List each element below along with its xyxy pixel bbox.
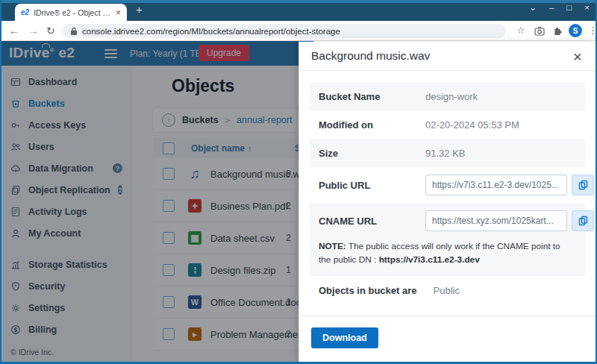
window-minimize-button[interactable]: –: [549, 3, 554, 12]
window-maximize-button[interactable]: □: [566, 3, 572, 12]
forward-button[interactable]: →: [28, 25, 39, 37]
row-checkbox[interactable]: [163, 200, 175, 212]
bucket-icon: [10, 98, 21, 109]
browser-window: e2 IDrive® e2 - Object storage × + ⌄ – □…: [0, 0, 597, 364]
cloud-migration-icon: [10, 163, 21, 174]
page-title: Objects: [172, 76, 234, 96]
app-header: IDrive® e2 Plan: Yearly (1 TB) Upgrade: [0, 41, 313, 66]
audio-file-icon: ♫: [188, 167, 201, 181]
object-size: 2: [286, 233, 291, 243]
row-checkbox[interactable]: [163, 232, 175, 244]
sidebar-group-divider: [0, 244, 133, 254]
idrive-favicon: e2: [21, 8, 29, 16]
sidebar-item-activity-logs[interactable]: Activity Logs: [0, 201, 133, 222]
copy-public-url-button[interactable]: [572, 175, 594, 195]
objects-access-row: Objects in bucket are Public: [310, 276, 585, 304]
account-person-icon: [10, 228, 21, 239]
back-button[interactable]: ←: [9, 25, 19, 37]
word-file-icon: W: [188, 295, 201, 309]
sidebar-nav: Dashboard Buckets Access Keys Users Data…: [0, 66, 133, 363]
dashboard-icon: [10, 77, 21, 87]
copyright-footer: © IDrive Inc.: [10, 348, 54, 357]
object-size: 1: [286, 297, 291, 307]
sidebar-item-users[interactable]: Users: [0, 136, 133, 157]
object-name[interactable]: Office Document.docx: [210, 297, 306, 308]
object-name-column-header[interactable]: Object name: [191, 143, 245, 154]
tab-title: IDrive® e2 - Object storage: [34, 8, 111, 17]
object-name[interactable]: Background music.wav: [210, 169, 310, 180]
screenshot-camera-icon[interactable]: [534, 26, 545, 36]
sort-ascending-icon[interactable]: ↑: [248, 144, 252, 153]
window-close-button[interactable]: ×: [584, 3, 590, 12]
logs-document-icon: [10, 207, 21, 217]
copy-icon: [578, 216, 588, 226]
sidebar-item-billing[interactable]: Billing: [0, 318, 133, 340]
window-top-edge: [0, 0, 597, 3]
row-checkbox[interactable]: [163, 264, 175, 276]
help-icon[interactable]: ?: [113, 163, 122, 173]
sidebar-item-settings[interactable]: Settings: [0, 297, 133, 318]
extensions-puzzle-icon[interactable]: [552, 26, 563, 37]
help-icon[interactable]: ?: [118, 185, 122, 195]
sidebar-item-storage-statistics[interactable]: Storage Statistics: [0, 254, 133, 275]
url-text: console.idrivee2.com/region/MI/buckets/a…: [82, 27, 340, 36]
row-checkbox[interactable]: [163, 296, 175, 308]
object-details-panel: Background music.wav × Bucket Name desig…: [298, 42, 596, 363]
row-checkbox[interactable]: [163, 168, 175, 180]
window-frame: [0, 0, 1, 364]
panel-close-icon[interactable]: ×: [572, 48, 584, 64]
sidebar-item-my-account[interactable]: My Account: [0, 222, 133, 244]
object-size: 2: [286, 329, 291, 339]
breadcrumb-current-bucket[interactable]: annual-report: [237, 115, 292, 125]
public-url-input[interactable]: [425, 175, 567, 195]
bucket-name-row: Bucket Name design-work: [310, 82, 585, 110]
breadcrumb-buckets-link[interactable]: Buckets: [182, 115, 219, 125]
size-row: Size 91.32 KB: [310, 139, 585, 167]
cname-url-row: CNAME URL: [310, 203, 585, 239]
sidebar-item-security[interactable]: Security: [0, 275, 133, 297]
bucket-name-label: Bucket Name: [319, 91, 425, 102]
profile-avatar[interactable]: S: [569, 24, 582, 37]
modified-on-label: Modified on: [319, 119, 425, 131]
idrive-e2-logo: IDrive® e2: [9, 45, 75, 61]
reload-button[interactable]: ↻: [46, 25, 55, 37]
browser-toolbar: ← → ↻ console.idrivee2.com/region/MI/buc…: [0, 21, 597, 41]
sidebar-item-buckets[interactable]: Buckets: [0, 92, 133, 114]
size-value: 91.32 KB: [425, 148, 466, 159]
address-bar[interactable]: console.idrivee2.com/region/MI/buckets/a…: [63, 24, 506, 38]
copy-icon: [578, 180, 588, 190]
copy-cname-url-button[interactable]: [572, 210, 594, 231]
object-size: 9: [286, 169, 291, 179]
object-name[interactable]: Data sheet.csv: [210, 233, 275, 244]
breadcrumb-separator: >: [225, 116, 230, 125]
gear-icon: [10, 303, 21, 313]
tab-search-icon[interactable]: ⌄: [529, 2, 537, 13]
sidebar-item-object-replication[interactable]: Object Replication ?: [0, 179, 133, 201]
object-name[interactable]: Business Plan.pdf: [210, 201, 288, 212]
browser-tab[interactable]: e2 IDrive® e2 - Object storage ×: [15, 4, 127, 21]
size-label: Size: [319, 148, 425, 159]
row-checkbox[interactable]: [163, 328, 175, 340]
bucket-root-icon[interactable]: ↑: [162, 113, 175, 127]
users-icon: [10, 142, 21, 152]
sidebar-item-data-migration[interactable]: Data Migration ?: [0, 157, 133, 179]
download-button[interactable]: Download: [311, 327, 378, 348]
cname-section: CNAME URL NOTE: The public access will o…: [310, 203, 585, 276]
modified-on-row: Modified on 02-20-2024 05:53 PM: [310, 110, 585, 139]
spreadsheet-file-icon: ▦: [188, 231, 201, 245]
sidebar-item-access-keys[interactable]: Access Keys: [0, 114, 133, 136]
tab-close-icon[interactable]: ×: [116, 8, 121, 17]
sidebar-item-dashboard[interactable]: Dashboard: [0, 71, 133, 92]
replication-copy-icon: [10, 185, 21, 195]
object-name[interactable]: Design files.zip: [210, 265, 275, 276]
objects-access-label: Objects in bucket are: [319, 285, 417, 296]
bookmark-star-icon[interactable]: ☆: [516, 25, 525, 36]
sidebar-toggle-icon[interactable]: [104, 49, 117, 58]
upgrade-button[interactable]: Upgrade: [199, 45, 249, 61]
public-url-row: Public URL: [310, 167, 585, 203]
cname-note: NOTE: The public access will only work i…: [310, 239, 578, 276]
new-tab-button[interactable]: +: [136, 3, 143, 16]
select-all-checkbox[interactable]: [163, 142, 175, 154]
cname-url-input[interactable]: [425, 210, 567, 231]
panel-header: Background music.wav ×: [299, 42, 596, 71]
